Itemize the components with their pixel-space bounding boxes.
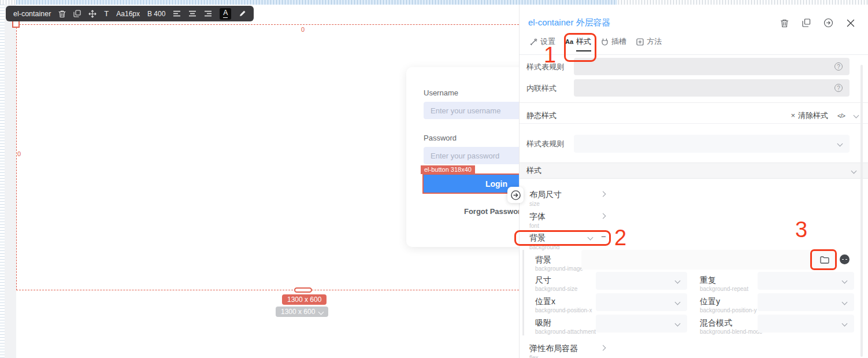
transparent-dash-icon [842,259,847,260]
help-icon: ? [834,62,843,71]
duplicate-icon[interactable] [802,18,811,28]
align-right-icon[interactable] [204,10,212,17]
edit-pen-icon[interactable] [239,10,246,17]
panel-header-actions [780,18,855,28]
chevron-down-icon [842,278,848,284]
vertical-ruler [0,5,5,358]
bg-blend-mode-label: 混合模式 [700,318,732,329]
duplicate-icon[interactable] [73,10,81,17]
expand-chevron-right-icon[interactable] [600,213,606,219]
static-style-title: 静态样式 [526,110,557,121]
annotation-step-2: 2 [614,227,626,249]
artboard-size-selector[interactable]: 1300 x 600 [276,307,328,317]
expand-chevron-right-icon[interactable] [600,345,606,351]
artboard-origin-top-label: 0 [301,26,305,33]
clear-style-label: 清除样式 [798,110,828,121]
bg-position-x-sub: background-position-x [535,307,592,313]
horizontal-ruler [0,0,868,5]
expand-chevron-right-icon[interactable] [600,191,606,197]
color-swatch-button[interactable] [840,254,850,264]
font-row-sub: font [529,223,539,229]
element-name-label: el-container [13,10,51,18]
horizontal-ruler-active-range [16,0,617,5]
tab-slots[interactable]: 插槽 [600,35,628,52]
stylesheet-rule-select-label: 样式表规则 [526,139,564,149]
annotation-box-background-row [514,230,611,246]
collapse-chevron-icon[interactable] [854,113,859,119]
style-section-title: 样式 [526,165,541,176]
bg-position-x-label: 位置x [535,297,555,307]
help-icon: ? [834,84,843,92]
annotation-box-style-tab [564,33,596,62]
font-row-label[interactable]: 字体 [529,212,546,222]
bg-size-label: 尺寸 [535,275,551,286]
style-section-header[interactable]: 样式 [520,163,868,179]
bg-repeat-select[interactable] [758,272,854,290]
artboard-bottom-resize-handle[interactable] [294,287,312,293]
clear-style-button[interactable]: × 清除样式 [791,110,829,121]
password-label: Password [424,134,457,142]
bg-position-x-select[interactable] [596,293,687,311]
chevron-down-icon [675,278,681,284]
font-size-control[interactable]: Aa16px [116,10,140,18]
code-view-icon[interactable]: </> [837,112,845,119]
chevron-down-icon [842,321,848,327]
collapse-chevron-icon [851,168,857,174]
chevron-down-icon [837,141,843,147]
tab-methods[interactable]: 方法 [635,35,663,52]
font-weight-control[interactable]: B 400 [147,10,165,18]
stylesheet-rules-field[interactable] [574,58,850,75]
static-style-actions: × 清除样式 </> [791,110,859,121]
circle-arrow-right-icon [510,190,521,201]
font-color-button[interactable]: A [220,8,231,20]
inline-style-label: 内联样式 [526,83,557,94]
locate-element-icon[interactable] [824,18,833,28]
inline-style-field[interactable] [574,79,850,97]
background-image-sub: background-image [535,265,583,272]
chevron-down-icon [842,300,848,305]
bg-blend-mode-select[interactable] [758,315,854,333]
panel-collapse-button[interactable] [507,187,524,203]
align-left-icon[interactable] [173,10,181,17]
artboard-size-selector-value: 1300 x 600 [281,308,315,316]
annotation-step-1: 1 [544,44,556,66]
section-divider [520,102,868,103]
stylesheet-rule-select[interactable] [574,135,850,153]
background-image-label: 背景 [535,255,551,265]
wrench-icon [530,38,537,46]
artboard-size-badge: 1300 x 600 [282,294,327,305]
panel-scrollbar[interactable] [860,65,863,357]
align-center-icon[interactable] [188,10,196,17]
size-row-sub: size [529,201,540,207]
close-icon[interactable] [845,18,855,28]
plug-icon [601,38,609,46]
bg-position-y-select[interactable] [758,293,854,311]
bg-repeat-label: 重复 [700,275,716,286]
flex-row-sub: flex [529,355,539,358]
text-tool-button[interactable]: T [104,9,109,18]
size-row-label[interactable]: 布局尺寸 [529,190,562,200]
annotation-step-3: 3 [795,219,807,241]
background-image-input[interactable] [581,250,836,270]
canvas-left-gutter [5,5,16,358]
bg-attachment-label: 吸附 [535,318,551,329]
bg-position-y-sub: background-position-y [700,307,756,313]
static-style-header: 静态样式 × 清除样式 </> [520,108,868,124]
flex-row-label[interactable]: 弹性布局容器 [529,344,578,354]
username-label: Username [424,88,458,97]
bg-attachment-sub: background-attachment [535,329,596,335]
tab-methods-label: 方法 [647,36,662,47]
chevron-down-icon [675,321,681,327]
bg-attachment-select[interactable] [596,315,687,333]
bg-repeat-sub: background-repeat [700,286,748,292]
delete-icon[interactable] [780,18,789,28]
bg-blend-mode-sub: background-blend-mode [700,329,762,335]
delete-icon[interactable] [58,10,66,18]
tab-slots-label: 插槽 [611,36,626,47]
annotation-box-image-picker [810,249,837,270]
method-icon [636,38,644,46]
move-icon[interactable] [88,10,97,18]
bg-size-sub: background-size [535,286,577,292]
chevron-down-icon [675,300,681,305]
bg-size-select[interactable] [596,272,687,290]
